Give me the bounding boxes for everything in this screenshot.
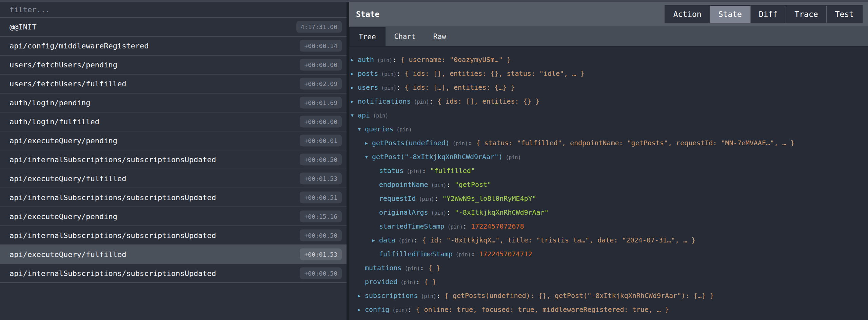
action-timestamp-badge: +00:00.00	[300, 116, 342, 128]
collapse-arrow-icon[interactable]: ▼	[365, 150, 372, 164]
pin-link[interactable]: (pin)	[502, 154, 521, 161]
action-type-label: api/executeQuery/fulfilled	[9, 174, 126, 183]
expand-arrow-icon[interactable]: ▶	[358, 303, 365, 317]
action-timestamp-badge: +00:02.09	[300, 78, 342, 90]
action-list-item[interactable]: api/executeQuery/fulfilled+00:01.53	[0, 245, 347, 264]
tree-node[interactable]: ▼queries(pin)	[349, 122, 868, 136]
pin-link[interactable]: (pin)	[416, 196, 434, 202]
pin-link[interactable]: (pin)	[389, 307, 408, 313]
tree-node[interactable]: status(pin): "fulfilled"	[349, 164, 868, 178]
pin-link[interactable]: (pin)	[374, 57, 392, 63]
expand-arrow-icon[interactable]: ▶	[358, 289, 365, 303]
tree-node[interactable]: ▼getPost("-8xItkjkqXnRhCWd9rAar")(pin)	[349, 150, 868, 164]
tab-test[interactable]: Test	[826, 6, 862, 23]
expand-arrow-icon[interactable]: ▶	[351, 81, 358, 94]
collapse-arrow-icon[interactable]: ▼	[351, 108, 358, 122]
action-list: @@INIT4:17:31.00api/config/middlewareReg…	[0, 18, 347, 283]
action-list-item[interactable]: users/fetchUsers/fulfilled+00:02.09	[0, 74, 347, 93]
key-value-separator: :	[436, 292, 445, 300]
action-type-label: auth/login/fulfilled	[9, 118, 99, 126]
tree-key-label: requestId	[379, 194, 416, 202]
action-type-label: users/fetchUsers/pending	[9, 61, 117, 69]
pin-link[interactable]: (pin)	[411, 99, 429, 105]
pin-link[interactable]: (pin)	[393, 127, 412, 133]
tree-node[interactable]: ▼api(pin)	[349, 108, 868, 122]
action-timestamp-badge: +00:00.50	[300, 154, 342, 166]
tab-state[interactable]: State	[710, 6, 750, 23]
pin-link[interactable]: (pin)	[395, 238, 414, 244]
expand-arrow-icon[interactable]: ▶	[351, 94, 358, 108]
action-timestamp-badge: +00:00.51	[300, 192, 342, 204]
tree-value-string: "Y2WwN9s_lo8l0nRyME4pY"	[442, 194, 536, 202]
pin-link[interactable]: (pin)	[401, 265, 420, 272]
key-value-separator: :	[416, 278, 424, 286]
tab-trace[interactable]: Trace	[786, 6, 826, 23]
pin-link[interactable]: (pin)	[370, 113, 388, 119]
action-list-item[interactable]: api/config/middlewareRegistered+00:00.14	[0, 37, 347, 56]
tree-node[interactable]: ▶auth(pin): { username: "0oazymyUSm…" }	[349, 53, 868, 67]
tree-node[interactable]: ▶subscriptions(pin): { getPosts(undefine…	[349, 289, 868, 303]
expand-arrow-icon[interactable]: ▶	[351, 67, 358, 81]
tree-node[interactable]: mutations(pin): { }	[349, 261, 868, 275]
tree-node[interactable]: ▶posts(pin): { ids: [], entities: {}, st…	[349, 67, 868, 81]
tab-diff[interactable]: Diff	[750, 6, 786, 23]
tree-node[interactable]: fulfilledTimeStamp(pin): 1722457074712	[349, 247, 868, 261]
action-timestamp-badge: +00:01.69	[300, 97, 342, 109]
expand-arrow-icon[interactable]: ▶	[351, 53, 358, 67]
tree-value-preview: { online: true, focused: true, middlewar…	[416, 305, 669, 314]
pin-link[interactable]: (pin)	[445, 224, 463, 230]
expand-arrow-icon[interactable]: ▶	[372, 233, 379, 247]
action-list-item[interactable]: auth/login/fulfilled+00:00.00	[0, 112, 347, 131]
action-list-item[interactable]: api/internalSubscriptions/subscriptionsU…	[0, 188, 347, 207]
tree-key-label: originalArgs	[379, 208, 428, 216]
tree-node[interactable]: startedTimeStamp(pin): 1722457072678	[349, 219, 868, 233]
pin-link[interactable]: (pin)	[450, 141, 468, 147]
tree-node[interactable]: ▶config(pin): { online: true, focused: t…	[349, 303, 868, 317]
action-list-item[interactable]: @@INIT4:17:31.00	[0, 18, 347, 37]
collapse-arrow-icon[interactable]: ▼	[358, 122, 365, 136]
tab-action[interactable]: Action	[665, 6, 710, 23]
tree-node[interactable]: endpointName(pin): "getPost"	[349, 178, 868, 192]
pin-link[interactable]: (pin)	[428, 182, 447, 188]
action-list-item[interactable]: api/executeQuery/pending+00:00.01	[0, 131, 347, 150]
key-value-separator: :	[434, 194, 442, 202]
action-list-item[interactable]: auth/login/pending+00:01.69	[0, 93, 347, 112]
pin-link[interactable]: (pin)	[418, 293, 436, 299]
panel-title: State	[349, 10, 379, 19]
tree-node[interactable]: provided(pin): { }	[349, 275, 868, 289]
action-list-item[interactable]: api/internalSubscriptions/subscriptionsU…	[0, 264, 347, 283]
inspector-panel: State ActionStateDiffTraceTest TreeChart…	[349, 2, 868, 320]
action-type-label: api/executeQuery/fulfilled	[9, 250, 126, 259]
expand-arrow-icon[interactable]: ▶	[365, 136, 372, 150]
action-list-item[interactable]: api/internalSubscriptions/subscriptionsU…	[0, 150, 347, 169]
pin-link[interactable]: (pin)	[378, 85, 396, 91]
key-value-separator: :	[392, 56, 400, 64]
tree-value-preview: { ids: […], entities: {…} }	[405, 83, 515, 91]
action-list-item[interactable]: api/internalSubscriptions/subscriptionsU…	[0, 226, 347, 245]
view-tab-raw[interactable]: Raw	[425, 27, 455, 46]
action-list-item[interactable]: users/fetchUsers/pending+00:00.00	[0, 56, 347, 74]
action-type-label: auth/login/pending	[9, 99, 90, 107]
tree-node[interactable]: ▶data(pin): { id: "-8xItkjkqX…", title: …	[349, 233, 868, 247]
action-timestamp-badge: +00:15.16	[300, 211, 342, 222]
tree-node[interactable]: ▶users(pin): { ids: […], entities: {…} }	[349, 81, 868, 94]
filter-input[interactable]	[0, 2, 347, 17]
key-value-separator: :	[429, 97, 437, 105]
pin-link[interactable]: (pin)	[453, 252, 471, 258]
tree-node[interactable]: requestId(pin): "Y2WwN9s_lo8l0nRyME4pY"	[349, 192, 868, 206]
pin-link[interactable]: (pin)	[397, 279, 416, 285]
action-list-item[interactable]: api/executeQuery/fulfilled+00:01.53	[0, 169, 347, 188]
tree-key-label: endpointName	[379, 180, 428, 189]
tree-value-string: "getPost"	[455, 180, 491, 189]
tree-value-preview: { username: "0oazymyUSm…" }	[400, 56, 511, 64]
pin-link[interactable]: (pin)	[403, 168, 422, 174]
pin-link[interactable]: (pin)	[428, 210, 447, 216]
pin-link[interactable]: (pin)	[378, 71, 396, 77]
tree-node[interactable]: ▶notifications(pin): { ids: [], entities…	[349, 94, 868, 108]
action-type-label: @@INIT	[9, 23, 36, 31]
view-tab-tree[interactable]: Tree	[349, 27, 386, 46]
action-list-item[interactable]: api/executeQuery/pending+00:15.16	[0, 207, 347, 226]
view-tab-chart[interactable]: Chart	[386, 27, 425, 46]
tree-node[interactable]: ▶getPosts(undefined)(pin): { status: "fu…	[349, 136, 868, 150]
tree-node[interactable]: originalArgs(pin): "-8xItkjkqXnRhCWd9rAa…	[349, 206, 868, 219]
